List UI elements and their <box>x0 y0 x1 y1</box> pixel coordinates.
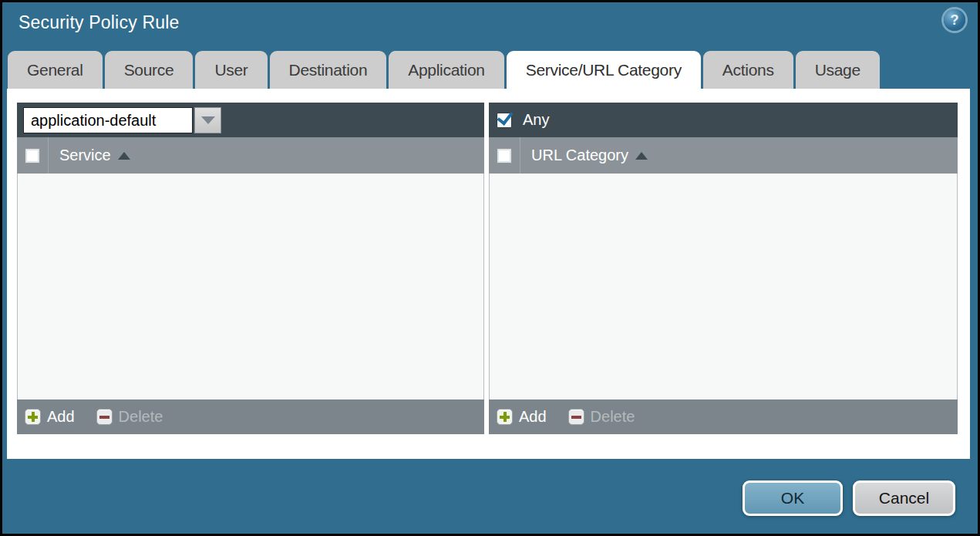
service-list-body <box>17 174 484 399</box>
service-column-header[interactable]: Service <box>59 147 111 164</box>
tab-application[interactable]: Application <box>389 51 503 89</box>
service-select-all-cell <box>17 137 49 174</box>
tab-bar: General Source User Destination Applicat… <box>8 51 880 89</box>
service-dropdown: application-default <box>23 107 221 133</box>
service-delete-button[interactable]: Delete <box>96 408 163 426</box>
tab-destination[interactable]: Destination <box>270 51 387 89</box>
service-delete-label: Delete <box>119 408 163 426</box>
security-policy-rule-dialog: { "window": { "title": "Security Policy … <box>0 0 980 536</box>
url-category-column-header-row: URL Category <box>489 137 958 174</box>
ok-button[interactable]: OK <box>743 480 843 516</box>
help-icon[interactable]: ? <box>944 9 965 31</box>
service-dropdown-value[interactable]: application-default <box>23 107 193 133</box>
service-panel-topbar: application-default <box>17 103 484 137</box>
sort-asc-icon <box>118 152 130 160</box>
url-category-panel-topbar: Any <box>489 103 958 137</box>
service-select-all-checkbox[interactable] <box>25 148 40 163</box>
url-category-column-header[interactable]: URL Category <box>531 147 628 164</box>
url-category-panel: Any URL Category Add Delete <box>489 103 958 434</box>
url-category-delete-label: Delete <box>591 408 635 426</box>
url-category-select-all-cell <box>489 137 520 174</box>
service-column-header-row: Service <box>17 137 484 174</box>
minus-icon <box>568 409 584 425</box>
service-add-button[interactable]: Add <box>25 408 75 426</box>
plus-icon <box>497 409 513 425</box>
url-category-delete-button[interactable]: Delete <box>568 408 635 426</box>
plus-icon <box>25 409 41 425</box>
service-add-label: Add <box>47 408 75 426</box>
chevron-down-icon <box>201 116 215 124</box>
url-category-list-body <box>489 174 958 399</box>
url-category-toolbar: Add Delete <box>489 399 958 434</box>
tab-actions[interactable]: Actions <box>703 51 793 89</box>
window-title: Security Policy Rule <box>19 12 180 33</box>
any-label: Any <box>523 111 549 129</box>
tab-general[interactable]: General <box>8 51 103 89</box>
tab-usage[interactable]: Usage <box>796 51 880 89</box>
service-panel: application-default Service Add Delete <box>17 103 484 434</box>
cancel-button[interactable]: Cancel <box>853 480 955 516</box>
tab-source[interactable]: Source <box>105 51 194 89</box>
url-category-add-label: Add <box>519 408 547 426</box>
url-category-add-button[interactable]: Add <box>497 408 547 426</box>
service-dropdown-button[interactable] <box>194 107 221 133</box>
url-category-select-all-checkbox[interactable] <box>497 148 512 163</box>
minus-icon <box>96 409 113 425</box>
service-toolbar: Add Delete <box>17 399 484 434</box>
tab-user[interactable]: User <box>195 51 267 89</box>
tab-service-url-category[interactable]: Service/URL Category <box>507 51 701 89</box>
any-checkbox[interactable] <box>497 113 512 128</box>
sort-asc-icon <box>635 152 648 160</box>
